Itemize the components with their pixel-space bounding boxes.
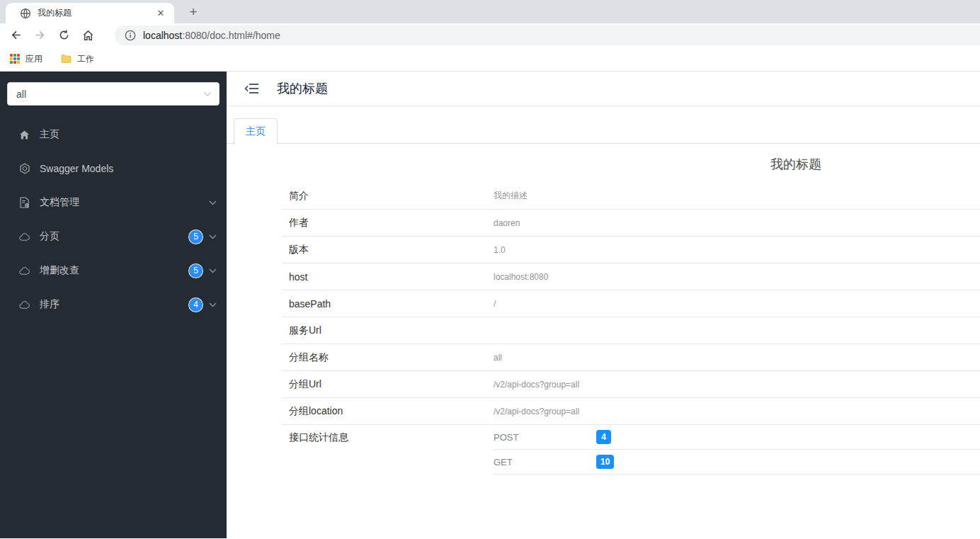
main-header: 我的标题 xyxy=(227,72,980,106)
refresh-icon[interactable] xyxy=(58,29,70,41)
doc-page: all 主页 Swagger Models xyxy=(0,72,980,538)
row-label: 分组名称 xyxy=(282,351,494,364)
sidebar-item-swagger-models[interactable]: Swagger Models xyxy=(0,152,227,186)
tab-home[interactable]: 主页 xyxy=(234,118,278,144)
table-row: basePath / xyxy=(282,290,980,317)
sidebar-item-label: 分页 xyxy=(40,230,59,243)
row-value: / xyxy=(494,299,496,309)
row-label: 作者 xyxy=(282,217,494,229)
row-label: 简介 xyxy=(282,190,494,203)
address-bar[interactable]: localhost:8080/doc.html#/home xyxy=(115,25,980,45)
group-select[interactable]: all xyxy=(7,82,220,106)
table-row: 简介 我的描述 xyxy=(282,183,980,210)
row-label: 分组Url xyxy=(282,378,494,391)
bookmarks-bar: 应用 工作 xyxy=(0,47,980,72)
sidebar-menu: 主页 Swagger Models xyxy=(0,118,227,322)
browser-tab[interactable]: 我的标题 ✕ xyxy=(6,3,174,23)
bookmark-apps[interactable]: 应用 xyxy=(10,53,42,65)
page-title: 我的标题 xyxy=(277,80,328,97)
bookmark-label: 工作 xyxy=(77,53,94,65)
api-group-icon xyxy=(19,265,30,276)
sidebar: all 主页 Swagger Models xyxy=(0,72,227,538)
chevron-down-icon xyxy=(209,302,217,307)
row-label: basePath xyxy=(282,298,494,310)
api-stats-row: 接口统计信息 POST 4 GET 10 xyxy=(282,425,980,475)
row-label: 版本 xyxy=(282,244,494,256)
row-value: 我的描述 xyxy=(494,190,528,202)
row-label: 分组location xyxy=(282,405,494,418)
model-icon xyxy=(19,163,30,174)
row-value: 1.0 xyxy=(494,245,506,255)
row-value: localhost:8080 xyxy=(494,272,548,282)
stat-line-post: POST 4 xyxy=(494,425,980,450)
group-select-value: all xyxy=(16,89,26,100)
chevron-down-icon xyxy=(209,268,217,273)
url-path: :8080/doc.html#/home xyxy=(182,30,280,41)
api-group-icon xyxy=(19,231,30,242)
http-method-label: POST xyxy=(494,432,596,443)
browser-toolbar: localhost:8080/doc.html#/home xyxy=(0,23,980,47)
main-area: 我的标题 主页 我的标题 简介 我的描述 作者 daoren 版本 1.0 xyxy=(227,72,980,538)
sidebar-item-sort[interactable]: 排序 4 xyxy=(0,288,227,322)
content-tabs: 主页 xyxy=(227,118,980,144)
document-icon xyxy=(19,197,30,208)
row-label: 接口统计信息 xyxy=(282,425,494,450)
api-count-badge: 5 xyxy=(189,264,203,278)
api-stats: POST 4 GET 10 xyxy=(494,425,980,475)
table-row: host localhost:8080 xyxy=(282,263,980,290)
table-row: 分组location /v2/api-docs?group=all xyxy=(282,398,980,425)
chevron-down-icon xyxy=(209,200,217,205)
back-icon[interactable] xyxy=(10,29,22,41)
row-value: daoren xyxy=(494,218,520,228)
row-value: /v2/api-docs?group=all xyxy=(494,380,579,390)
chevron-down-icon xyxy=(209,234,217,239)
table-row: 分组Url /v2/api-docs?group=all xyxy=(282,371,980,398)
new-tab-button[interactable]: + xyxy=(184,5,203,18)
row-value: all xyxy=(494,353,502,363)
method-count-badge: 10 xyxy=(596,455,614,469)
api-count-badge: 4 xyxy=(189,298,203,312)
api-count-badge: 5 xyxy=(189,230,203,244)
bookmark-work-folder[interactable]: 工作 xyxy=(61,53,94,65)
sidebar-item-crud[interactable]: 增删改查 5 xyxy=(0,254,227,288)
collapse-menu-icon[interactable] xyxy=(244,81,260,96)
row-label: 服务Url xyxy=(282,324,494,337)
url-text: localhost:8080/doc.html#/home xyxy=(143,30,280,41)
sidebar-item-home[interactable]: 主页 xyxy=(0,118,227,152)
table-row: 作者 daoren xyxy=(282,210,980,237)
url-host: localhost xyxy=(143,30,182,41)
home-content: 我的标题 简介 我的描述 作者 daoren 版本 1.0 host local… xyxy=(282,156,980,475)
table-row: 服务Url xyxy=(282,317,980,344)
http-method-label: GET xyxy=(494,457,596,467)
page-info-icon[interactable] xyxy=(125,30,136,41)
stat-line-get: GET 10 xyxy=(494,450,980,475)
table-row: 分组名称 all xyxy=(282,344,980,371)
method-count-badge: 4 xyxy=(596,430,611,444)
sidebar-item-label: 增删改查 xyxy=(40,264,79,277)
info-table: 简介 我的描述 作者 daoren 版本 1.0 host localhost:… xyxy=(282,183,980,475)
api-doc-title: 我的标题 xyxy=(282,156,980,173)
forward-icon[interactable] xyxy=(34,29,46,41)
home-icon xyxy=(19,129,30,140)
folder-icon xyxy=(61,54,72,64)
chevron-down-icon xyxy=(203,91,212,97)
home-icon[interactable] xyxy=(82,29,94,41)
table-row: 版本 1.0 xyxy=(282,237,980,263)
sidebar-item-label: 排序 xyxy=(40,298,59,311)
tab-close-icon[interactable]: ✕ xyxy=(154,7,167,20)
sidebar-item-label: 主页 xyxy=(40,128,59,141)
sidebar-item-label: Swagger Models xyxy=(40,163,113,174)
api-group-icon xyxy=(19,299,30,310)
browser-tab-title: 我的标题 xyxy=(38,7,154,19)
sidebar-item-pagination[interactable]: 分页 5 xyxy=(0,220,227,254)
apps-grid-icon xyxy=(10,54,20,64)
browser-tabstrip: 我的标题 ✕ + xyxy=(0,0,980,23)
sidebar-item-doc-manage[interactable]: 文档管理 xyxy=(0,186,227,220)
bookmark-label: 应用 xyxy=(25,53,42,65)
row-value: /v2/api-docs?group=all xyxy=(494,407,579,416)
globe-favicon-icon xyxy=(20,8,31,19)
row-label: host xyxy=(282,271,494,283)
sidebar-item-label: 文档管理 xyxy=(40,196,79,209)
